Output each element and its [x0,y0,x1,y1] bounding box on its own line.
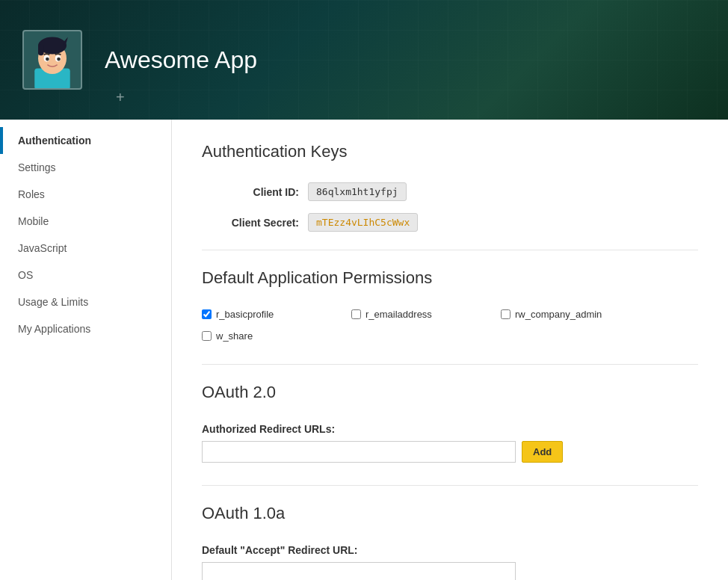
oauth1-accept-label: Default "Accept" Redirect URL: [202,544,698,556]
permission-r-basicprofile: r_basicprofile [202,309,351,320]
client-secret-value[interactable]: mTEzz4vLIhC5cWwx [308,213,418,232]
oauth2-section: OAuth 2.0 Authorized Redirect URLs: Add [202,383,698,463]
permissions-grid: r_basicprofile r_emailaddress rw_company… [202,309,698,346]
permission-rw-company-admin: rw_company_admin [501,309,650,320]
oauth1-accept-input[interactable] [202,562,516,580]
permission-r-emailaddress-label: r_emailaddress [365,309,432,320]
sidebar-item-os[interactable]: OS [0,262,171,289]
sidebar-item-roles[interactable]: Roles [0,181,171,208]
sidebar-item-mobile[interactable]: Mobile [0,208,171,235]
sidebar-item-my-applications[interactable]: My Applications [0,315,171,342]
app-title: Awesome App [105,46,257,74]
sidebar-item-settings[interactable]: Settings [0,154,171,181]
sidebar-item-javascript[interactable]: JavaScript [0,235,171,262]
permissions-section: Default Application Permissions r_basicp… [202,268,698,346]
sidebar-item-usage-limits[interactable]: Usage & Limits [0,289,171,315]
permission-r-emailaddress: r_emailaddress [351,309,501,320]
permission-r-basicprofile-label: r_basicprofile [216,309,274,320]
main-layout: Authentication Settings Roles Mobile Jav… [0,120,728,580]
permission-w-share: w_share [202,330,351,342]
client-id-label: Client ID: [202,186,299,198]
oauth2-title: OAuth 2.0 [202,383,698,408]
client-secret-row: Client Secret: mTEzz4vLIhC5cWwx [202,213,698,232]
permission-rw-company-admin-label: rw_company_admin [515,309,602,320]
oauth1-title: OAuth 1.0a [202,504,698,529]
permission-rw-company-admin-checkbox[interactable] [501,309,510,319]
divider-3 [202,485,698,486]
oauth2-add-button[interactable]: Add [522,441,563,463]
permission-w-share-checkbox[interactable] [202,331,212,341]
oauth2-redirect-input[interactable] [202,441,516,463]
auth-keys-section: Authentication Keys Client ID: 86qlxm1ht… [202,142,698,232]
svg-point-9 [57,58,61,61]
oauth1-accept-group: Default "Accept" Redirect URL: [202,544,698,580]
permission-r-emailaddress-checkbox[interactable] [351,309,361,319]
avatar [22,30,82,90]
oauth1-section: OAuth 1.0a Default "Accept" Redirect URL… [202,504,698,580]
add-icon[interactable]: + [116,89,125,106]
divider-1 [202,250,698,250]
oauth2-redirect-row: Add [202,441,698,463]
avatar-image [24,31,81,88]
main-content: Authentication Keys Client ID: 86qlxm1ht… [172,120,728,580]
client-id-value[interactable]: 86qlxm1ht1yfpj [308,182,407,201]
sidebar-item-authentication[interactable]: Authentication [0,127,171,154]
permission-w-share-label: w_share [216,330,253,342]
svg-rect-4 [38,44,44,55]
divider-2 [202,364,698,365]
svg-point-8 [46,58,49,61]
permissions-title: Default Application Permissions [202,268,698,294]
oauth2-redirect-label: Authorized Redirect URLs: [202,423,698,435]
oauth2-redirect-group: Authorized Redirect URLs: Add [202,423,698,463]
client-secret-label: Client Secret: [202,217,299,229]
auth-keys-title: Authentication Keys [202,142,698,167]
sidebar: Authentication Settings Roles Mobile Jav… [0,120,172,580]
permission-r-basicprofile-checkbox[interactable] [202,309,212,319]
client-id-row: Client ID: 86qlxm1ht1yfpj [202,182,698,201]
app-header: Awesome App + [0,0,728,120]
